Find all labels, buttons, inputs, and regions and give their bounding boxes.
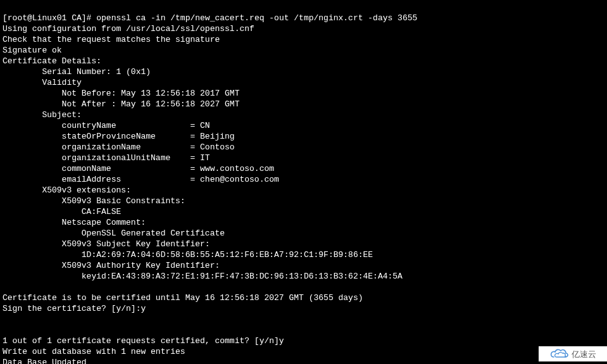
output-line: Not Before: May 13 12:56:18 2017 GMT xyxy=(3,89,239,98)
output-line: emailAddress = chen@contoso.com xyxy=(3,175,279,184)
shell-prompt: [root@Linux01 CA]# openssl ca -in /tmp/n… xyxy=(3,13,417,23)
output-line: Data Base Updated xyxy=(3,358,87,364)
output-line: Check that the request matches the signa… xyxy=(3,35,220,44)
output-line: CA:FALSE xyxy=(3,207,121,217)
output-line: Signature ok xyxy=(3,46,62,55)
output-line: organizationalUnitName = IT xyxy=(3,153,210,163)
output-line: Using configuration from /usr/local/ssl/… xyxy=(3,24,254,34)
output-line: Serial Number: 1 (0x1) xyxy=(3,67,151,77)
output-line: stateOrProvinceName = Beijing xyxy=(3,132,235,141)
output-line: Certificate Details: xyxy=(3,56,101,66)
output-line: Sign the certificate? [y/n]:y xyxy=(3,304,146,313)
output-line: X509v3 Authority Key Identifier: xyxy=(3,261,225,270)
output-line: keyid:EA:43:89:A3:72:E1:91:FF:47:3B:DC:9… xyxy=(3,272,403,281)
output-line: Write out database with 1 new entries xyxy=(3,347,185,356)
output-line: organizationName = Contoso xyxy=(3,142,235,152)
terminal-output[interactable]: [root@Linux01 CA]# openssl ca -in /tmp/n… xyxy=(0,0,607,364)
output-line: Certificate is to be certified until May… xyxy=(3,293,363,303)
output-line: X509v3 extensions: xyxy=(3,185,131,195)
output-line: commonName = www.contoso.com xyxy=(3,164,274,173)
watermark-text: 亿速云 xyxy=(572,349,596,360)
output-line: Subject: xyxy=(3,110,82,120)
output-line: countryName = CN xyxy=(3,121,210,130)
output-line: OpenSSL Generated Certificate xyxy=(3,229,225,238)
output-line: X509v3 Basic Constraints: xyxy=(3,196,190,206)
cloud-icon xyxy=(550,348,569,360)
output-line: Validity xyxy=(3,78,82,87)
watermark-badge: 亿速云 xyxy=(539,346,607,361)
output-line: Not After : May 16 12:56:18 2027 GMT xyxy=(3,99,239,109)
command-text: openssl ca -in /tmp/new_cacert.req -out … xyxy=(96,13,417,23)
output-line: 1 out of 1 certificate requests certifie… xyxy=(3,336,284,346)
output-line: 1D:A2:69:7A:04:6D:58:6B:55:A5:12:F6:EB:A… xyxy=(3,250,373,260)
output-line: Netscape Comment: xyxy=(3,218,151,227)
output-line: X509v3 Subject Key Identifier: xyxy=(3,239,215,249)
prompt-text: [root@Linux01 CA]# xyxy=(3,13,96,23)
